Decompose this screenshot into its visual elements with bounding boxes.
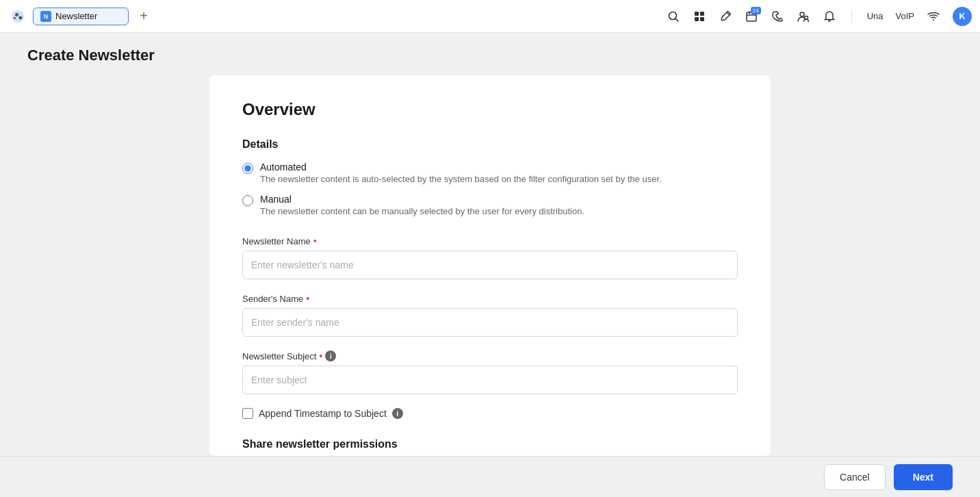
main-content: Create Newsletter Overview Details Autom…	[0, 33, 980, 456]
tab-label: Newsletter	[55, 11, 97, 21]
username-label[interactable]: Una	[867, 11, 884, 21]
phone-icon[interactable]	[771, 10, 784, 23]
footer: Cancel Next	[0, 456, 980, 497]
radio-manual[interactable]	[242, 195, 253, 206]
form-section-overview: Overview	[242, 100, 738, 119]
topbar: N Newsletter +	[0, 0, 980, 33]
svg-rect-3	[700, 12, 704, 16]
sender-name-label: Sender's Name •	[242, 293, 738, 304]
apps-icon[interactable]	[693, 10, 706, 23]
section-details-title: Details	[242, 138, 738, 151]
subject-label: Newsletter Subject • i	[242, 351, 738, 361]
append-timestamp-row: Append Timestamp to Subject i	[242, 408, 738, 419]
sender-name-required: •	[306, 293, 309, 304]
active-tab[interactable]: N Newsletter	[33, 8, 129, 25]
newsletter-name-label: Newsletter Name •	[242, 235, 738, 246]
topbar-divider	[851, 10, 852, 23]
radio-manual-option: Manual The newsletter content can be man…	[242, 194, 738, 216]
wifi-icon	[927, 10, 940, 23]
page-title: Create Newsletter	[0, 33, 980, 75]
radio-automated-desc: The newsletter content is auto-selected …	[260, 174, 662, 184]
form-card: Overview Details Automated The newslette…	[209, 75, 771, 456]
voip-label[interactable]: VoIP	[896, 11, 914, 21]
subject-field-group: Newsletter Subject • i	[242, 351, 738, 394]
svg-rect-4	[695, 17, 699, 21]
append-timestamp-info-icon[interactable]: i	[392, 408, 403, 419]
newsletter-name-required: •	[313, 235, 317, 246]
radio-manual-desc: The newsletter content can be manually s…	[260, 206, 584, 216]
newsletter-name-input[interactable]	[242, 251, 738, 279]
radio-manual-label[interactable]: Manual	[260, 194, 584, 205]
avatar[interactable]: K	[953, 7, 972, 26]
radio-automated[interactable]	[242, 163, 253, 174]
calendar-icon[interactable]: 24	[745, 10, 758, 23]
radio-automated-label-group: Automated The newsletter content is auto…	[260, 162, 662, 184]
subject-input[interactable]	[242, 366, 738, 394]
next-button[interactable]: Next	[894, 464, 953, 490]
edit-icon[interactable]	[719, 10, 732, 23]
notifications-icon[interactable]	[823, 10, 836, 23]
append-timestamp-label[interactable]: Append Timestamp to Subject	[259, 408, 387, 419]
svg-line-1	[675, 18, 678, 21]
append-timestamp-checkbox[interactable]	[242, 408, 253, 419]
svg-point-13	[933, 19, 934, 21]
permissions-title: Share newsletter permissions	[242, 438, 738, 450]
newsletter-name-field-group: Newsletter Name •	[242, 235, 738, 279]
subject-info-icon[interactable]: i	[325, 351, 336, 361]
type-radio-group: Automated The newsletter content is auto…	[242, 162, 738, 216]
svg-point-0	[669, 12, 676, 19]
radio-manual-label-group: Manual The newsletter content can be man…	[260, 194, 584, 216]
svg-rect-2	[695, 12, 699, 16]
calendar-badge: 24	[751, 7, 761, 14]
logo-icon[interactable]	[8, 7, 27, 26]
sender-name-input[interactable]	[242, 308, 738, 337]
svg-point-11	[800, 12, 804, 16]
contacts-icon[interactable]	[797, 10, 810, 23]
content-area: Overview Details Automated The newslette…	[0, 75, 980, 456]
svg-rect-5	[700, 17, 704, 21]
sender-name-field-group: Sender's Name •	[242, 293, 738, 337]
cancel-button[interactable]: Cancel	[824, 464, 886, 490]
tab-favicon: N	[40, 11, 51, 22]
topbar-icons: 24 Una VoIP	[667, 7, 972, 26]
subject-required: •	[319, 351, 322, 361]
search-icon[interactable]	[667, 10, 680, 23]
radio-automated-label[interactable]: Automated	[260, 162, 662, 173]
new-tab-button[interactable]: +	[134, 7, 153, 26]
radio-automated-option: Automated The newsletter content is auto…	[242, 162, 738, 184]
